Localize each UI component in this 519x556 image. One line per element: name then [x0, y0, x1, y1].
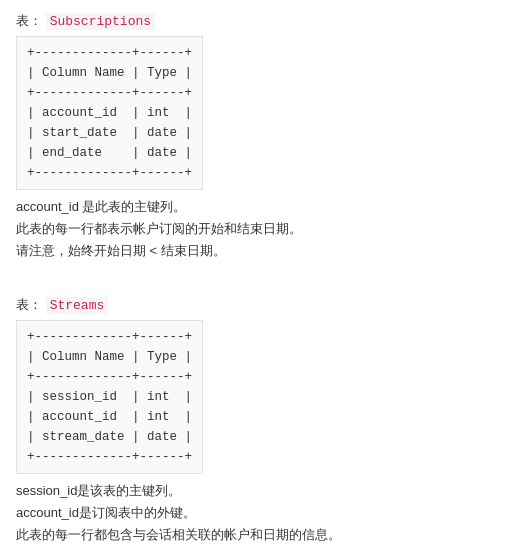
table-label-subscriptions: 表： Subscriptions	[16, 12, 503, 30]
table-schema-subscriptions: +-------------+------+ | Column Name | T…	[16, 36, 203, 190]
table-name-streams: Streams	[46, 297, 109, 314]
spacer	[16, 280, 503, 296]
table-name-subscriptions: Subscriptions	[46, 13, 155, 30]
streams-desc-line-2: account_id是订阅表中的外键。	[16, 502, 503, 524]
table-label-streams: 表： Streams	[16, 296, 503, 314]
desc-line-1: account_id 是此表的主键列。	[16, 196, 503, 218]
streams-desc-line-1: session_id是该表的主键列。	[16, 480, 503, 502]
description-streams: session_id是该表的主键列。 account_id是订阅表中的外键。 此…	[16, 480, 503, 546]
section-streams: 表： Streams +-------------+------+ | Colu…	[16, 296, 503, 546]
description-subscriptions: account_id 是此表的主键列。 此表的每一行都表示帐户订阅的开始和结束日…	[16, 196, 503, 262]
section-subscriptions: 表： Subscriptions +-------------+------+ …	[16, 12, 503, 262]
streams-desc-line-3: 此表的每一行都包含与会话相关联的帐户和日期的信息。	[16, 524, 503, 546]
table-schema-streams: +-------------+------+ | Column Name | T…	[16, 320, 203, 474]
label-prefix-1: 表：	[16, 13, 42, 28]
desc-line-2: 此表的每一行都表示帐户订阅的开始和结束日期。	[16, 218, 503, 240]
page-container: 表： Subscriptions +-------------+------+ …	[16, 12, 503, 547]
label-prefix-2: 表：	[16, 297, 42, 312]
desc-line-3: 请注意，始终开始日期 < 结束日期。	[16, 240, 503, 262]
